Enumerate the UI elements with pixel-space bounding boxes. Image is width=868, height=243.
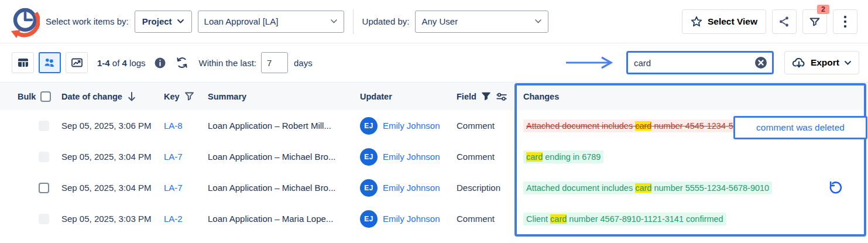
chart-view-toggle[interactable]	[66, 52, 88, 73]
issue-key-link[interactable]: LA-7	[164, 152, 183, 162]
date-cell: Sep 05, 2025, 3:06 PM	[61, 121, 164, 131]
field-filter-funnel-icon[interactable]	[481, 91, 491, 101]
table-header: Bulk Date of change Key Summary Updater …	[0, 82, 868, 110]
undo-icon	[829, 180, 843, 195]
star-icon	[691, 16, 702, 27]
logs-total: 4	[122, 58, 127, 68]
change-added-text: Attached document includes card number 5…	[523, 182, 772, 194]
key-filter-funnel-icon[interactable]	[184, 91, 194, 101]
search-match-highlight: card	[635, 183, 651, 193]
field-cell: Comment	[457, 214, 515, 224]
bulk-header-label: Bulk	[18, 92, 36, 101]
more-options-button[interactable]	[833, 9, 857, 34]
select-all-checkbox[interactable]	[40, 91, 51, 102]
comment-deleted-annotation: comment was deleted	[733, 116, 867, 139]
logs-unit: logs	[129, 58, 146, 68]
date-cell: Sep 05, 2025, 3:03 PM	[61, 214, 164, 224]
logs-range: 1-4	[97, 58, 110, 68]
change-prefix: Attached document includes	[526, 121, 635, 131]
divider	[353, 9, 354, 34]
search-input[interactable]	[628, 58, 754, 68]
filter-count-badge: 2	[817, 5, 829, 14]
summary-cell: Loan Application – Michael Bro...	[208, 183, 360, 193]
table-view-toggle[interactable]	[12, 52, 34, 73]
days-unit-label: days	[294, 58, 313, 68]
change-prefix: Client	[526, 214, 550, 224]
updater-header-label: Updater	[360, 92, 392, 101]
select-view-button[interactable]: Select View	[682, 9, 766, 34]
table-row: Sep 05, 2025, 3:04 PM LA-7 Loan Applicat…	[0, 141, 868, 172]
change-suffix: number 4567-8910-1121-3141 confirmed	[567, 214, 723, 224]
logs-of: of	[112, 58, 120, 68]
chevron-down-icon	[330, 19, 338, 24]
row-checkbox-disabled	[39, 121, 49, 131]
project-dropdown[interactable]: Loan Approval [LA]	[198, 11, 344, 33]
change-suffix: ending in 6789	[543, 152, 601, 162]
issue-key-link[interactable]: LA-7	[164, 183, 183, 193]
field-cell: Description	[457, 183, 515, 193]
change-added-text: Client card number 4567-8910-1121-3141 c…	[523, 213, 726, 225]
bulk-header: Bulk	[18, 91, 61, 102]
row-checkbox[interactable]	[39, 183, 49, 193]
summary-cell: Loan Application – Maria Lope...	[208, 214, 360, 224]
field-cell: Comment	[457, 152, 515, 162]
change-deleted-text: Attached document includes card number 4…	[523, 119, 753, 132]
sort-descending-icon[interactable]	[127, 91, 136, 102]
filters-button[interactable]: 2	[802, 9, 827, 34]
updated-by-label: Updated by:	[362, 16, 410, 26]
filter-toolbar: 1-4 of 4 logs Within the last: days	[0, 43, 868, 82]
search-match-highlight: card	[635, 121, 651, 131]
date-header-label: Date of change	[61, 92, 122, 101]
trend-chart-icon	[71, 57, 83, 69]
updaters-view-toggle[interactable]	[39, 52, 61, 73]
avatar: EJ	[360, 148, 378, 166]
row-checkbox-disabled	[39, 152, 49, 162]
date-cell: Sep 05, 2025, 3:04 PM	[61, 152, 164, 162]
updated-by-value: Any User	[421, 16, 458, 26]
field-settings-sliders-icon[interactable]	[496, 92, 507, 101]
date-cell: Sep 05, 2025, 3:04 PM	[61, 183, 164, 193]
refresh-icon[interactable]	[176, 56, 188, 69]
cloud-download-icon	[792, 57, 806, 69]
updater-link[interactable]: Emily Johnson	[383, 121, 440, 131]
summary-cell: Loan Application – Robert Mill...	[208, 121, 360, 131]
select-view-label: Select View	[708, 16, 757, 27]
export-button[interactable]: Export	[784, 51, 859, 74]
export-label: Export	[811, 57, 839, 68]
logs-count: 1-4 of 4 logs	[97, 58, 146, 68]
share-button[interactable]	[772, 9, 797, 34]
issue-key-link[interactable]: LA-2	[164, 214, 183, 224]
search-box	[626, 51, 774, 74]
chevron-down-icon	[844, 60, 852, 66]
updated-by-dropdown[interactable]: Any User	[415, 11, 548, 33]
filter-funnel-icon	[809, 16, 821, 28]
changes-header-label: Changes	[523, 92, 559, 101]
chevron-down-icon	[177, 19, 184, 24]
within-last-label: Within the last:	[199, 58, 256, 68]
updater-link[interactable]: Emily Johnson	[383, 152, 440, 162]
info-icon[interactable]	[154, 57, 166, 69]
search-match-highlight: card	[550, 214, 567, 224]
app-logo-clock-icon	[9, 5, 40, 38]
top-toolbar: Select work items by: Project Loan Appro…	[0, 0, 868, 43]
avatar: EJ	[360, 179, 378, 197]
updater-link[interactable]: Emily Johnson	[383, 183, 440, 193]
updater-link[interactable]: Emily Johnson	[383, 214, 440, 224]
key-header-label: Key	[164, 92, 180, 101]
select-by-value: Project	[142, 16, 172, 26]
change-added-text: card ending in 6789	[523, 150, 603, 163]
field-header-label: Field	[457, 92, 476, 101]
revert-change-button[interactable]	[829, 180, 843, 195]
select-by-dropdown[interactable]: Project	[135, 11, 192, 33]
field-cell: Comment	[457, 121, 515, 131]
summary-cell: Loan Application – Michael Bro...	[208, 152, 360, 162]
days-input[interactable]	[261, 52, 288, 73]
clear-search-button[interactable]	[754, 56, 768, 70]
issue-key-link[interactable]: LA-8	[164, 121, 183, 131]
annotation-arrow	[564, 56, 617, 69]
table-row: Sep 05, 2025, 3:04 PM LA-7 Loan Applicat…	[0, 172, 868, 203]
change-prefix: Attached document includes	[526, 183, 635, 193]
search-match-highlight: card	[526, 152, 543, 162]
table-row: Sep 05, 2025, 3:03 PM LA-2 Loan Applicat…	[0, 203, 868, 234]
people-icon	[43, 57, 56, 69]
